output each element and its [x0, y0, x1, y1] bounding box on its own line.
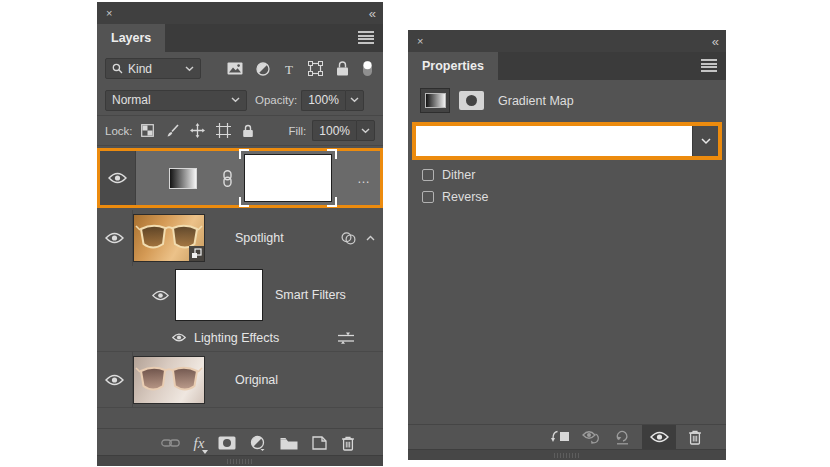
lock-artboard-icon[interactable]: [216, 123, 231, 138]
new-layer-icon[interactable]: [312, 436, 327, 450]
adjustment-title: Gradient Map: [498, 94, 574, 108]
new-group-folder-icon[interactable]: [280, 437, 298, 450]
svg-text:T: T: [285, 62, 293, 75]
dither-label[interactable]: Dither: [442, 168, 475, 182]
toggle-visibility-button-active[interactable]: [642, 425, 676, 450]
dither-checkbox[interactable]: [422, 169, 434, 181]
filter-kind-label: Kind: [128, 62, 152, 76]
resize-grip[interactable]: [227, 459, 253, 464]
layers-footer-toolbar: fx: [97, 428, 383, 457]
panel-resize-strip[interactable]: [97, 455, 383, 466]
fill-label: Fill:: [288, 125, 306, 137]
lighting-effects-label[interactable]: Lighting Effects: [194, 331, 279, 345]
smart-filters-mask-thumbnail[interactable]: [175, 269, 263, 321]
filter-adjustment-layers-icon[interactable]: [256, 62, 270, 76]
eye-icon[interactable]: [172, 333, 186, 342]
layer-row-gradient-map[interactable]: …: [97, 148, 383, 208]
lock-transparency-icon[interactable]: [141, 124, 154, 137]
reverse-label[interactable]: Reverse: [442, 190, 489, 204]
eye-icon: [105, 374, 124, 386]
gradient-swatch: [425, 93, 446, 108]
lock-all-icon[interactable]: [242, 124, 254, 138]
layer-name-original[interactable]: Original: [235, 373, 278, 387]
filter-options-sliders-icon[interactable]: [338, 332, 354, 344]
original-layer-thumbnail[interactable]: [133, 356, 205, 404]
layer-row-smart-filters[interactable]: Smart Filters: [97, 266, 383, 324]
gradient-preview-bar[interactable]: [416, 126, 692, 156]
filter-smart-object-icon[interactable]: [336, 61, 349, 76]
gradient-map-thumbnail[interactable]: [169, 168, 197, 189]
close-icon[interactable]: ×: [106, 8, 112, 19]
collapse-panel-icon[interactable]: «: [712, 35, 717, 48]
opacity-value: 100%: [301, 90, 345, 111]
layers-blend-row: Normal Opacity: 100%: [97, 85, 383, 116]
delete-adjustment-trash-icon[interactable]: [688, 430, 702, 445]
gradient-picker-dropdown-button[interactable]: [692, 126, 718, 156]
chevron-down-icon: [185, 66, 194, 72]
filter-toggle-icon[interactable]: [362, 60, 373, 77]
eye-icon: [650, 431, 669, 443]
visibility-toggle[interactable]: [97, 210, 133, 266]
selection-corner: [239, 197, 249, 207]
view-previous-state-icon[interactable]: [582, 430, 603, 444]
panel-menu-icon[interactable]: [701, 59, 717, 72]
properties-footer-toolbar: [408, 424, 726, 449]
layers-lock-row: Lock: Fill:: [97, 116, 383, 146]
tab-layers-label: Layers: [111, 31, 151, 45]
layer-name-spotlight[interactable]: Spotlight: [235, 231, 284, 245]
dither-option-row: Dither: [408, 168, 726, 182]
filter-shape-layers-icon[interactable]: [308, 61, 323, 76]
fill-value: 100%: [312, 120, 356, 141]
spotlight-layer-thumbnail[interactable]: [133, 214, 205, 262]
chevron-up-icon[interactable]: [366, 235, 375, 241]
filter-pixel-layers-icon[interactable]: [227, 62, 243, 75]
panel-resize-strip[interactable]: [408, 449, 726, 460]
layer-mask-thumbnail-selected[interactable]: [244, 154, 332, 202]
blend-mode-dropdown[interactable]: Normal: [105, 90, 247, 111]
selection-corner: [239, 149, 249, 159]
properties-panel-titlebar: × «: [408, 30, 726, 52]
tab-properties[interactable]: Properties: [408, 52, 498, 80]
lock-position-icon[interactable]: [190, 123, 205, 138]
new-adjustment-layer-icon[interactable]: [250, 435, 266, 451]
layer-list: …: [97, 146, 383, 428]
clip-to-layer-icon[interactable]: [551, 430, 570, 444]
mask-swatch-icon[interactable]: [459, 91, 484, 110]
close-icon[interactable]: ×: [417, 36, 423, 47]
resize-grip[interactable]: [554, 453, 580, 458]
chevron-down-icon: [701, 138, 711, 145]
opacity-combo[interactable]: 100%: [301, 90, 364, 111]
panel-menu-icon[interactable]: [358, 31, 374, 44]
collapse-panel-icon[interactable]: «: [369, 7, 374, 20]
eye-icon[interactable]: [152, 290, 169, 301]
tab-layers[interactable]: Layers: [97, 24, 165, 52]
lock-paint-icon[interactable]: [165, 124, 179, 138]
chevron-down-icon[interactable]: [345, 90, 364, 111]
add-layer-mask-icon[interactable]: [218, 436, 236, 450]
link-layers-icon[interactable]: [161, 438, 180, 448]
chevron-down-icon[interactable]: [356, 120, 375, 141]
filter-kind-dropdown[interactable]: Kind: [105, 58, 201, 79]
chevron-down-icon: [231, 97, 240, 103]
visibility-toggle[interactable]: [97, 352, 133, 407]
more-options-icon[interactable]: …: [357, 171, 371, 186]
selection-corner: [327, 197, 337, 207]
blending-circles-icon[interactable]: [340, 232, 357, 245]
reset-adjustment-icon[interactable]: [615, 430, 630, 445]
layer-row-spotlight[interactable]: Spotlight: [97, 210, 383, 266]
fill-combo[interactable]: 100%: [312, 120, 375, 141]
layer-row-lighting-effects[interactable]: Lighting Effects: [97, 324, 383, 351]
visibility-toggle[interactable]: [100, 151, 136, 205]
smart-filters-label[interactable]: Smart Filters: [275, 288, 346, 302]
filter-type-layers-icon[interactable]: T: [283, 62, 295, 75]
mask-link-icon[interactable]: [222, 170, 233, 187]
delete-layer-trash-icon[interactable]: [341, 436, 355, 451]
layer-style-fx-icon[interactable]: fx: [194, 436, 205, 451]
reverse-checkbox[interactable]: [422, 191, 434, 203]
layers-filter-row: Kind T: [97, 52, 383, 85]
layer-mask-thumbnail[interactable]: [244, 154, 332, 202]
layers-panel-titlebar: × «: [97, 2, 383, 24]
gradient-map-adjustment-icon[interactable]: [420, 88, 450, 113]
eye-icon: [105, 232, 124, 244]
layer-row-original[interactable]: Original: [97, 351, 383, 408]
